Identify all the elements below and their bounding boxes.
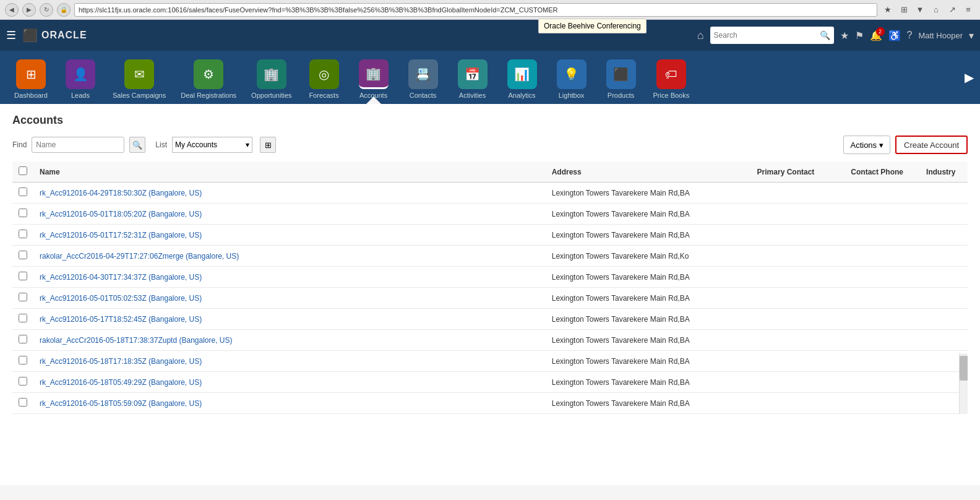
forward-button[interactable]: ▶ [22,3,36,17]
nav-item-sales-campaigns[interactable]: ✉Sales Campaigns [105,56,173,104]
row-checkbox-7[interactable] [19,335,27,343]
account-link-7[interactable]: rakolar_AccCr2016-05-18T17:38:37Zuptd (B… [40,336,233,345]
scrollbar-track[interactable] [959,353,968,414]
account-link-4[interactable]: rk_Acc912016-04-30T17:34:37Z (Bangalore,… [40,273,202,282]
create-account-button[interactable]: Create Account [895,136,968,154]
row-checkbox-8[interactable] [19,356,27,364]
list-select-value: My Accounts [175,140,243,149]
download-icon[interactable]: ▼ [913,3,927,17]
user-dropdown-icon[interactable]: ▾ [969,30,974,41]
nav-item-accounts[interactable]: 🏢Accounts [349,56,398,104]
phone-cell-9 [845,372,920,393]
nav-item-leads[interactable]: 👤Leads [56,56,105,104]
account-link-9[interactable]: rk_Acc912016-05-18T05:49:29Z (Bangalore,… [40,378,202,387]
account-link-1[interactable]: rk_Acc912016-05-01T18:05:20Z (Bangalore,… [40,210,202,218]
nav-item-analytics[interactable]: 📊Analytics [497,56,547,104]
row-checkbox-0[interactable] [19,188,27,196]
primary-contact-cell-5 [751,288,845,309]
list-select[interactable]: My Accounts ▾ [172,137,252,153]
scrollbar-thumb[interactable] [960,356,968,381]
search-icon: 🔍 [820,30,830,40]
row-checkbox-5[interactable] [19,293,27,301]
favorites-icon[interactable]: ★ [840,30,849,41]
search-icon: 🔍 [132,140,142,150]
nav-icon-products: ⬛ [606,59,636,89]
primary-contact-cell-0 [751,183,845,204]
nav-scroll-right[interactable]: ▶ [958,64,980,91]
col-address-header[interactable]: Address [546,162,751,183]
ext-icon[interactable]: ↗ [945,3,959,17]
oracle-logo: ⬛ ORACLE [22,28,87,43]
nav-icon-accounts: 🏢 [359,59,389,89]
actions-button[interactable]: Actions ▾ [843,136,890,154]
nav-icon-dashboard: ⊞ [16,59,46,89]
home-icon[interactable]: ⌂ [697,29,704,42]
account-link-3[interactable]: rakolar_AccCr2016-04-29T17:27:06Zmerge (… [40,252,239,261]
industry-cell-7 [920,330,968,351]
address-cell-2: Lexington Towers Tavarekere Main Rd,BA [546,225,751,246]
bookmark2-icon[interactable]: ⊞ [897,3,911,17]
account-link-0[interactable]: rk_Acc912016-04-29T18:50:30Z (Bangalore,… [40,189,202,197]
url-bar[interactable] [74,3,877,17]
header-search-input[interactable] [714,31,820,40]
phone-cell-0 [845,183,920,204]
select-all-checkbox[interactable] [19,166,27,175]
nav-item-dashboard[interactable]: ⊞Dashboard [6,56,56,104]
nav-icon-sales-campaigns: ✉ [124,59,154,89]
primary-contact-cell-9 [751,372,845,393]
flag-icon[interactable]: ⚑ [855,30,864,41]
nav-item-activities[interactable]: 📅Activities [448,56,497,104]
row-checkbox-4[interactable] [19,272,27,280]
col-name-header[interactable]: Name [33,162,546,183]
hamburger-icon[interactable]: ☰ [6,28,16,42]
col-primary-header[interactable]: Primary Contact [751,162,845,183]
account-link-10[interactable]: rk_Acc912016-05-18T05:59:09Z (Bangalore,… [40,399,202,408]
account-link-2[interactable]: rk_Acc912016-05-01T17:52:31Z (Bangalore,… [40,231,202,239]
bookmark-icon[interactable]: ★ [881,3,895,17]
menu-browser-icon[interactable]: ≡ [961,3,975,17]
row-checkbox-6[interactable] [19,314,27,322]
primary-contact-cell-10 [751,393,845,414]
home-browser-icon[interactable]: ⌂ [929,3,943,17]
nav-item-products[interactable]: ⬛Products [596,56,646,104]
table-row: rk_Acc912016-05-01T17:52:31Z (Bangalore,… [12,225,968,246]
primary-contact-cell-6 [751,309,845,330]
accounts-table: Name Address Primary Contact Contact Pho… [12,162,968,414]
col-industry-header[interactable]: Industry [920,162,968,183]
row-checkbox-10[interactable] [19,398,27,407]
nav-item-price-books[interactable]: 🏷Price Books [646,56,697,104]
list-dropdown-icon: ▾ [246,140,249,149]
industry-cell-1 [920,204,968,225]
row-checkbox-2[interactable] [19,230,27,238]
account-link-5[interactable]: rk_Acc912016-05-01T05:02:53Z (Bangalore,… [40,294,202,303]
nav-item-lightbox[interactable]: 💡Lightbox [547,56,596,104]
toolbar: Find 🔍 List My Accounts ▾ ⊞ Actions ▾ Cr… [12,136,968,154]
find-input[interactable] [32,137,124,153]
nav-icon-deal-registrations: ⚙ [194,59,223,89]
row-checkbox-1[interactable] [19,209,27,217]
filter-icon-button[interactable]: ⊞ [260,137,276,153]
help-icon[interactable]: ? [907,30,913,41]
phone-cell-8 [845,351,920,372]
oracle-logo-icon: ⬛ [22,28,38,43]
phone-cell-1 [845,204,920,225]
col-phone-header[interactable]: Contact Phone [845,162,920,183]
phone-cell-7 [845,330,920,351]
nav-item-deal-registrations[interactable]: ⚙Deal Registrations [173,56,244,104]
back-button[interactable]: ◀ [5,3,19,17]
username-label[interactable]: Matt Hooper [918,31,963,40]
reload-button[interactable]: ↻ [40,3,53,17]
phone-cell-10 [845,393,920,414]
nav-item-contacts[interactable]: 📇Contacts [398,56,448,104]
row-checkbox-9[interactable] [19,377,27,386]
nav-item-opportunities[interactable]: 🏢Opportunities [244,56,299,104]
primary-contact-cell-3 [751,246,845,267]
accessibility-icon[interactable]: ♿ [888,30,901,41]
row-checkbox-3[interactable] [19,251,27,259]
nav-item-forecasts[interactable]: ◎Forecasts [299,56,349,104]
account-link-8[interactable]: rk_Acc912016-05-18T17:18:35Z (Bangalore,… [40,357,202,366]
account-link-6[interactable]: rk_Acc912016-05-17T18:52:45Z (Bangalore,… [40,315,202,324]
notification-icon[interactable]: 🔔 2 [870,30,882,41]
industry-cell-5 [920,288,968,309]
find-search-button[interactable]: 🔍 [129,137,145,153]
